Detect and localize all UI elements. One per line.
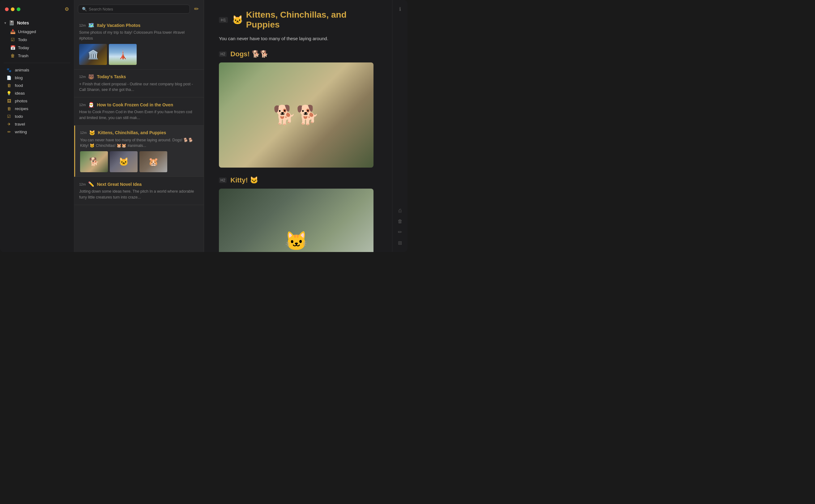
untagged-icon: 📥 [10,29,15,34]
note-header: 12m 🗺️ Italy Vacation Photos [79,22,199,28]
note-time: 12m [79,75,86,79]
cat-image-content: 🐱 [219,189,373,252]
note-preview: You can never have too many of these lay… [80,137,199,149]
travel-icon: ✈ [6,122,12,126]
app-window: ⚙ ▼ 📓 Notes 📥 Untagged ☑ Todo 📅 Today 🗑 [0,0,407,252]
search-bar[interactable]: 🔍 [78,5,190,14]
sidebar-item-writing[interactable]: ✏ writing [0,128,74,136]
grid-icon[interactable]: ⊞ [398,240,402,246]
note-main-title: Kittens, Chinchillas, and Puppies [246,10,377,30]
note-preview: Some photos of my trip to Italy! Colosse… [79,30,199,41]
tag-label: ideas [15,91,25,96]
minimize-button[interactable] [11,7,15,11]
chevron-down-icon: ▼ [4,21,7,25]
sidebar-item-today[interactable]: 📅 Today [0,44,74,52]
compose-button[interactable]: ✏ [193,4,200,14]
note-title: Italy Vacation Photos [97,23,199,28]
note-header: 12m 🐻 Today's Tasks [79,74,199,80]
kittens-thumb-2 [110,151,138,172]
note-time: 12m [79,182,86,186]
search-icon: 🔍 [82,7,87,11]
note-images [80,151,199,172]
sidebar-notes-header[interactable]: ▼ 📓 Notes [0,18,74,28]
note-title: Today's Tasks [97,74,199,79]
traffic-lights [5,7,20,11]
note-header: 12m 🐱 Kittens, Chinchillas, and Puppies [80,130,199,136]
note-title: Next Great Novel Idea [97,182,199,187]
kittens-thumb-3 [139,151,167,172]
h2-badge-dogs: H2 [219,51,227,57]
h2-badge-kitty: H2 [219,177,227,183]
tag-label: travel [15,122,25,126]
sidebar-item-blog[interactable]: 📄 blog [0,74,74,82]
note-emoji: 🐻 [88,74,94,80]
h2-kitty-text: Kitty! 🐱 [230,176,258,184]
sidebar-item-trash[interactable]: 🗑 Trash [0,52,74,60]
sidebar-item-recipes[interactable]: 🗑 recipes [0,105,74,113]
animals-icon: 🐾 [6,68,12,72]
tag-label: recipes [15,106,28,111]
share-icon[interactable]: ⎙ [399,208,402,214]
todo-icon: ☑ [10,37,15,42]
note-emoji: 🐱 [89,130,95,136]
note-item-cod[interactable]: 12m 🎅 How to Cook Frozen Cod in the Oven… [74,97,204,126]
right-toolbar: ℹ ⎙ 🗑 ✏ ⊞ [392,0,407,252]
sidebar-item-animals[interactable]: 🐾 animals [0,66,74,74]
note-emoji: 🎅 [88,102,94,108]
fullscreen-button[interactable] [17,7,20,11]
titlebar: ⚙ [0,4,74,17]
note-time: 12m [79,103,86,107]
sidebar-item-food[interactable]: 🗑 food [0,82,74,89]
tag-label: writing [15,130,27,134]
dogs-image-content: 🐕🐕 [219,62,373,168]
notes-list: 🔍 ✏ 12m 🗺️ Italy Vacation Photos Some ph… [74,0,204,252]
note-title: Kittens, Chinchillas, and Puppies [98,130,199,135]
italy-thumb-2 [109,44,137,65]
note-content: H1 🐱 Kittens, Chinchillas, and Puppies Y… [219,10,377,252]
sidebar-item-todo[interactable]: ☑ Todo [0,36,74,44]
sidebar-item-label: Untagged [18,29,36,34]
pen-icon[interactable]: ✏ [398,229,402,235]
sidebar-item-untagged[interactable]: 📥 Untagged [0,28,74,36]
kitty-image: 🐱 [219,189,373,252]
sidebar-item-photos[interactable]: 🖼 photos [0,97,74,105]
note-body-text: You can never have too many of these lay… [219,35,377,43]
tag-label: todo [15,114,23,119]
trash-icon: 🗑 [10,53,15,58]
italy-thumb-1 [79,44,107,65]
writing-icon: ✏ [6,130,12,134]
search-input[interactable] [89,7,186,11]
sidebar-item-travel[interactable]: ✈ travel [0,120,74,128]
tag-label: food [15,83,23,88]
note-item-novel[interactable]: 12m ✏️ Next Great Novel Idea Jotting dow… [74,177,204,205]
tag-label: animals [15,68,29,72]
close-button[interactable] [5,7,9,11]
info-icon[interactable]: ℹ [399,6,401,12]
filter-icon[interactable]: ⚙ [65,6,69,12]
dogs-image: 🐕🐕 [219,62,373,168]
todo-tag-icon: ☑ [6,114,12,119]
note-time: 12m [79,23,86,27]
note-item-kittens[interactable]: 12m 🐱 Kittens, Chinchillas, and Puppies … [74,126,204,177]
note-h1: H1 🐱 Kittens, Chinchillas, and Puppies [219,10,377,30]
delete-icon[interactable]: 🗑 [398,219,403,224]
sidebar-item-label: Trash [18,53,28,58]
note-images [79,44,199,65]
sidebar-item-ideas[interactable]: 💡 ideas [0,89,74,97]
kittens-thumb-1 [80,151,108,172]
recipes-icon: 🗑 [6,106,12,111]
note-item-italy[interactable]: 12m 🗺️ Italy Vacation Photos Some photos… [74,18,204,70]
sidebar-item-label: Todo [18,37,27,42]
note-emoji: ✏️ [88,181,94,187]
h1-emoji: 🐱 [232,15,243,25]
food-icon: 🗑 [6,83,12,88]
sidebar: ⚙ ▼ 📓 Notes 📥 Untagged ☑ Todo 📅 Today 🗑 [0,0,74,252]
tag-label: photos [15,99,28,103]
sidebar-notes-label: Notes [17,20,29,25]
sidebar-item-todo-tag[interactable]: ☑ todo [0,113,74,120]
main-content: H1 🐱 Kittens, Chinchillas, and Puppies Y… [204,0,392,252]
note-item-tasks[interactable]: 12m 🐻 Today's Tasks + Finish that client… [74,70,204,98]
note-h2-dogs: H2 Dogs! 🐕🐕 [219,50,377,58]
sidebar-tags-section: 🐾 animals 📄 blog 🗑 food 💡 ideas 🖼 photos… [0,65,74,137]
note-header: 12m ✏️ Next Great Novel Idea [79,181,199,187]
